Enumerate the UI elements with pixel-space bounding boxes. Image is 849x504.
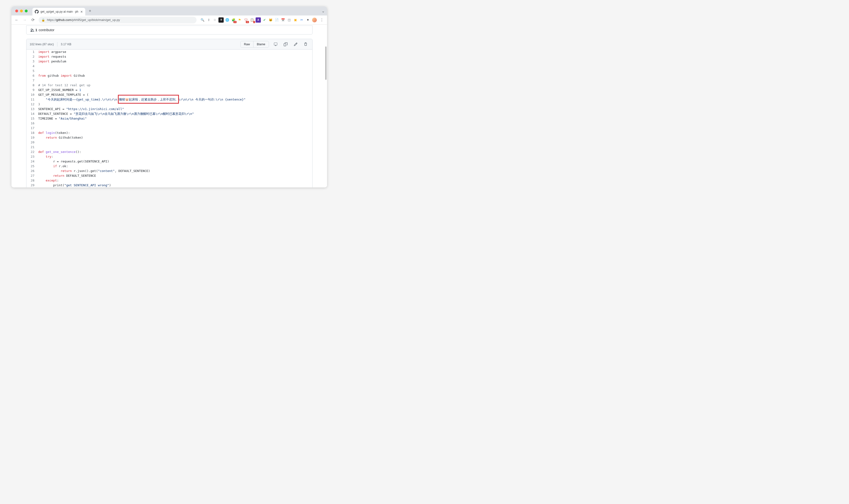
line-number[interactable]: 6 bbox=[26, 73, 37, 78]
code-line[interactable]: 22def get_one_sentence(): bbox=[26, 149, 312, 154]
code-line[interactable]: 16 bbox=[26, 121, 312, 126]
line-code[interactable]: SENTENCE_API = "https://v1.jinrishici.co… bbox=[37, 107, 312, 111]
ext-scissors-icon[interactable]: ✂ bbox=[299, 17, 304, 23]
code-line[interactable]: 4 bbox=[26, 64, 312, 69]
line-number[interactable]: 7 bbox=[26, 78, 37, 83]
minimize-window-button[interactable] bbox=[20, 10, 23, 12]
blame-button[interactable]: Blame bbox=[253, 41, 269, 48]
line-code[interactable]: "今天的起床时间是——{get_up_time}.\r\n\r\n 懒猪🐷起床啦… bbox=[37, 97, 312, 102]
line-number[interactable]: 18 bbox=[26, 130, 37, 135]
ext-globe-icon[interactable]: 🌐 bbox=[224, 17, 230, 23]
line-code[interactable]: print("get SENTENCE_API wrong") bbox=[37, 183, 312, 187]
contributors-box[interactable]: 1 contributor bbox=[26, 25, 312, 35]
line-number[interactable]: 29 bbox=[26, 183, 37, 187]
line-number[interactable]: 15 bbox=[26, 116, 37, 121]
ext-cat-icon[interactable]: 🐱 bbox=[268, 17, 273, 23]
line-code[interactable] bbox=[37, 69, 312, 73]
line-code[interactable]: # 14 for test 12 real get up bbox=[37, 83, 312, 88]
line-code[interactable]: ) bbox=[37, 102, 312, 107]
line-number[interactable]: 8 bbox=[26, 83, 37, 88]
line-number[interactable]: 3 bbox=[26, 59, 37, 64]
line-number[interactable]: 24 bbox=[26, 159, 37, 164]
code-line[interactable]: 15TIMEZONE = "Asia/Shanghai" bbox=[26, 116, 312, 121]
code-line[interactable]: 17 bbox=[26, 126, 312, 130]
code-line[interactable]: 10GET_UP_MESSAGE_TEMPLATE = ( bbox=[26, 92, 312, 97]
tabs-overflow-icon[interactable]: ⌄ bbox=[322, 9, 325, 13]
line-code[interactable] bbox=[37, 140, 312, 145]
line-code[interactable]: return Github(token) bbox=[37, 135, 312, 140]
code-line[interactable]: 13SENTENCE_API = "https://v1.jinrishici.… bbox=[26, 107, 312, 111]
reload-button[interactable]: ⟳ bbox=[30, 17, 36, 23]
ext-py-icon[interactable]: ▣ bbox=[293, 17, 298, 23]
share-icon[interactable]: ⇪ bbox=[206, 17, 211, 23]
code-line[interactable]: 19 return Github(token) bbox=[26, 135, 312, 140]
line-code[interactable]: DEFAULT_SENTENCE = "赏花归去马如飞\r\n去马如飞酒力微\r… bbox=[37, 111, 312, 116]
code-line[interactable]: 14DEFAULT_SENTENCE = "赏花归去马如飞\r\n去马如飞酒力微… bbox=[26, 111, 312, 116]
ext-shield-icon[interactable]: 🛡36 bbox=[243, 17, 249, 23]
line-code[interactable] bbox=[37, 64, 312, 69]
profile-avatar[interactable] bbox=[312, 17, 317, 23]
line-number[interactable]: 28 bbox=[26, 178, 37, 183]
line-code[interactable]: GET_UP_MESSAGE_TEMPLATE = ( bbox=[37, 92, 312, 97]
ext-box-icon[interactable]: ◫ bbox=[287, 17, 292, 23]
line-code[interactable]: import requests bbox=[37, 54, 312, 59]
ext-doc-icon[interactable]: 📄 bbox=[274, 17, 279, 23]
code-line[interactable]: 6from github import Github bbox=[26, 73, 312, 78]
line-number[interactable]: 27 bbox=[26, 174, 37, 178]
line-code[interactable]: from github import Github bbox=[37, 73, 312, 78]
line-code[interactable]: import argparse bbox=[37, 50, 312, 54]
code-line[interactable]: 26 return r.json().get("content", DEFAUL… bbox=[26, 169, 312, 174]
line-number[interactable]: 16 bbox=[26, 121, 37, 126]
line-code[interactable]: except: bbox=[37, 178, 312, 183]
line-code[interactable] bbox=[37, 78, 312, 83]
line-code[interactable]: TIMEZONE = "Asia/Shanghai" bbox=[37, 116, 312, 121]
code-line[interactable]: 2import requests bbox=[26, 54, 312, 59]
line-code[interactable]: if r.ok: bbox=[37, 164, 312, 169]
line-number[interactable]: 5 bbox=[26, 69, 37, 73]
line-number[interactable]: 22 bbox=[26, 149, 37, 154]
code-line[interactable]: 8# 14 for test 12 real get up bbox=[26, 83, 312, 88]
ext-note-icon[interactable]: 📋0 bbox=[249, 17, 255, 23]
tab-close-icon[interactable]: ✕ bbox=[80, 10, 83, 14]
line-number[interactable]: 9 bbox=[26, 88, 37, 92]
line-code[interactable]: r = requests.get(SENTENCE_API) bbox=[37, 159, 312, 164]
ext-cal-icon[interactable]: 📅 bbox=[281, 17, 286, 23]
scrollbar-thumb[interactable] bbox=[325, 47, 327, 80]
new-tab-button[interactable]: + bbox=[87, 8, 93, 14]
line-code[interactable] bbox=[37, 121, 312, 126]
raw-button[interactable]: Raw bbox=[240, 41, 253, 48]
delete-icon[interactable] bbox=[302, 41, 309, 48]
line-number[interactable]: 11 bbox=[26, 97, 37, 102]
code-line[interactable]: 28 except: bbox=[26, 178, 312, 183]
ext-square-icon[interactable]: A bbox=[256, 17, 261, 23]
line-number[interactable]: 13 bbox=[26, 107, 37, 111]
menu-button[interactable]: ⋮ bbox=[319, 17, 325, 23]
ext-flag-icon[interactable]: ⚑ bbox=[237, 17, 242, 23]
line-code[interactable]: def get_one_sentence(): bbox=[37, 149, 312, 154]
extensions-icon[interactable]: ✦ bbox=[305, 17, 310, 23]
desktop-icon[interactable] bbox=[272, 41, 279, 48]
maximize-window-button[interactable] bbox=[25, 10, 28, 12]
line-number[interactable]: 23 bbox=[26, 154, 37, 159]
code-line[interactable]: 11 "今天的起床时间是——{get_up_time}.\r\n\r\n 懒猪🐷… bbox=[26, 97, 312, 102]
code-line[interactable]: 3import pendulum bbox=[26, 59, 312, 64]
code-line[interactable]: 12) bbox=[26, 102, 312, 107]
line-number[interactable]: 26 bbox=[26, 169, 37, 174]
line-code[interactable]: GET_UP_ISSUE_NUMBER = 1 bbox=[37, 88, 312, 92]
line-code[interactable]: try: bbox=[37, 154, 312, 159]
zoom-icon[interactable]: 🔍 bbox=[200, 17, 205, 23]
code-line[interactable]: 23 try: bbox=[26, 154, 312, 159]
line-number[interactable]: 12 bbox=[26, 102, 37, 107]
copy-icon[interactable] bbox=[282, 41, 289, 48]
forward-button[interactable]: → bbox=[21, 17, 28, 23]
address-bar[interactable]: 🔒 https://github.com/phh95/get_up/blob/m… bbox=[39, 17, 197, 23]
ext-grid-icon[interactable]: ⠿ bbox=[218, 17, 224, 23]
code-line[interactable]: 1import argparse bbox=[26, 50, 312, 54]
close-window-button[interactable] bbox=[15, 10, 18, 12]
code-line[interactable]: 7 bbox=[26, 78, 312, 83]
line-number[interactable]: 17 bbox=[26, 126, 37, 130]
code-line[interactable]: 20 bbox=[26, 140, 312, 145]
line-code[interactable] bbox=[37, 126, 312, 130]
ext-check-icon[interactable]: ✔ bbox=[262, 17, 267, 23]
line-number[interactable]: 1 bbox=[26, 50, 37, 54]
